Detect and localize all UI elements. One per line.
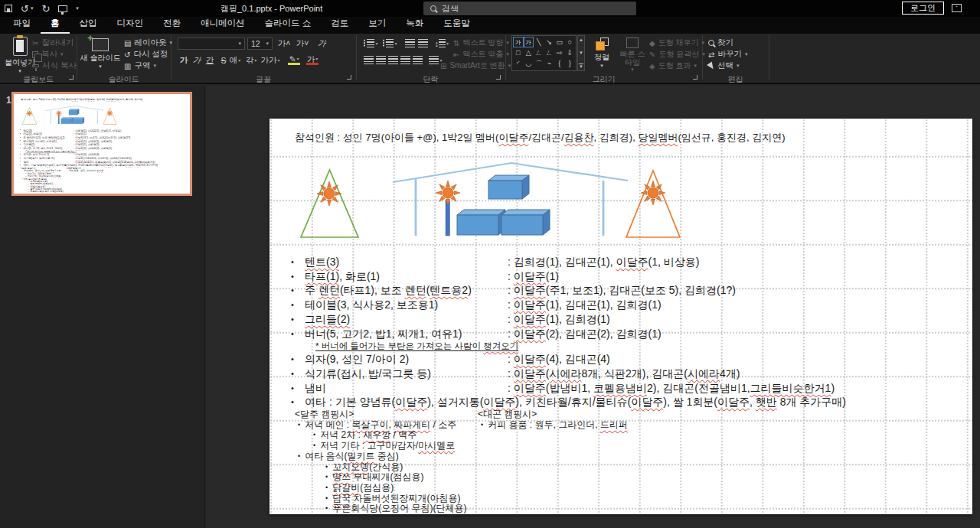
numbering-button[interactable]: ▾: [381, 37, 398, 49]
decrease-indent-button[interactable]: [403, 37, 416, 49]
gallery-more-icon: ▼: [579, 64, 583, 69]
shape-cell-1-3[interactable]: ㄥ: [544, 47, 555, 58]
increase-font-button[interactable]: 가˄: [276, 37, 292, 49]
shape-cell-1-0[interactable]: □: [513, 47, 524, 58]
shape-cell-0-5[interactable]: ○: [565, 37, 576, 47]
daljoo-camping-section[interactable]: <달주 캠핑시>•저녁 메인 : 목살구이, 짜파게티 / 소주•저녁 2차 :…: [21, 167, 64, 193]
tab-삽입[interactable]: 삽입: [70, 15, 107, 34]
align-right-button[interactable]: [387, 54, 399, 66]
strikethrough-button[interactable]: S: [217, 54, 230, 66]
kerning-button[interactable]: 가가▾: [261, 54, 279, 66]
shape-cell-2-3[interactable]: ~: [544, 58, 555, 69]
font-color-button[interactable]: 가▾: [306, 54, 318, 65]
equipment-list[interactable]: •텐트(3): 김희경(1), 김대곤(1), 이달주(1, 비상용)•타프(1…: [289, 255, 963, 409]
quick-access-toolbar: ↺▾ ↻ ▾: [5, 0, 79, 17]
daljoo-camping-section[interactable]: <달주 캠핑시>•저녁 메인 : 목살구이, 짜파게티 / 소주•저녁 2차 :…: [295, 409, 466, 514]
arrange-button[interactable]: 정렬 ▾: [588, 35, 616, 67]
shape-cell-0-4[interactable]: ▭: [554, 37, 565, 47]
tab-도움말[interactable]: 도움말: [433, 15, 480, 34]
tab-파일[interactable]: 파일: [3, 15, 41, 34]
ribbon-display-options-icon[interactable]: ˆ: [952, 4, 962, 12]
tab-애니메이션[interactable]: 애니메이션: [191, 15, 255, 34]
shape-cell-2-2[interactable]: ⌒: [534, 58, 544, 69]
login-button[interactable]: 로그인: [902, 2, 944, 15]
search-box[interactable]: 검색: [423, 2, 636, 15]
layout-button[interactable]: ▤레이아웃▾: [124, 37, 172, 48]
shape-cell-0-2[interactable]: ╲: [534, 37, 544, 47]
section-button[interactable]: ▥구역▾: [124, 60, 156, 71]
shape-cell-1-5[interactable]: ⇩: [565, 47, 576, 58]
font-dialog-launcher[interactable]: [347, 75, 351, 80]
text-highlight-button[interactable]: ✎▾: [288, 54, 300, 65]
align-center-button[interactable]: [374, 54, 387, 66]
increase-indent-button[interactable]: [416, 37, 429, 49]
line-spacing-button[interactable]: ↕▾: [433, 37, 451, 49]
shape-cell-2-1[interactable]: ◡: [524, 58, 534, 69]
bullets-button[interactable]: ▾: [362, 37, 379, 49]
slide[interactable]: 참석인원 : 성인 7명(아이들 +@), 1박2일 멤버(이달주/김대곤/김용…: [270, 119, 972, 514]
find-button[interactable]: 찾기: [708, 37, 733, 48]
undo-icon[interactable]: ↺▾: [21, 3, 33, 15]
clipboard-dialog-launcher[interactable]: [69, 75, 74, 80]
daegon-camping-section[interactable]: <대곤 캠핑시>•커피 용품 : 원두, 그라인더, 드리퍼: [478, 409, 628, 430]
tab-검토[interactable]: 검토: [321, 15, 358, 34]
save-icon[interactable]: [5, 5, 12, 12]
shape-cell-0-1[interactable]: 가: [524, 37, 534, 47]
change-case-button[interactable]: 갂▾: [245, 54, 257, 66]
shapes-gallery[interactable]: 가가╲↘▭○□△ㄥㄥ⇨⇩◜◡⌒~{}: [511, 35, 577, 71]
align-left-button[interactable]: [362, 54, 374, 66]
equipment-row: •테이블(3, 식사용2, 보조용1): 이달주(1), 김대곤(1), 김희경…: [289, 298, 963, 312]
tree-left-shape: [22, 108, 37, 125]
shape-cell-2-0[interactable]: ◜: [513, 58, 524, 69]
reset-button[interactable]: ↺다시 설정: [124, 49, 168, 60]
redo-icon[interactable]: ↻: [41, 3, 50, 15]
italic-button[interactable]: 가: [190, 54, 204, 66]
sun-right-icon: [641, 181, 665, 205]
shapes-gallery-scrollbar[interactable]: ▲ ▼ ▼: [577, 35, 585, 71]
distribute-button[interactable]: [411, 54, 423, 66]
start-slideshow-icon[interactable]: [58, 5, 67, 12]
customize-qat-icon[interactable]: ▾: [76, 5, 79, 11]
daegon-camping-section[interactable]: <대곤 캠핑시>•커피 용품 : 원두, 그라인더, 드리퍼: [67, 167, 104, 172]
drawing-group-label: 그리기: [505, 74, 702, 85]
tab-디자인[interactable]: 디자인: [107, 15, 154, 34]
equipment-list[interactable]: •텐트(3): 김희경(1), 김대곤(1), 이달주(1, 비상용)•타프(1…: [19, 129, 187, 167]
shape-cell-0-3[interactable]: ↘: [544, 37, 555, 47]
tab-슬라이드 쇼[interactable]: 슬라이드 쇼: [255, 15, 322, 34]
shape-cell-0-0[interactable]: 가: [513, 37, 524, 47]
underline-button[interactable]: 간: [204, 54, 216, 66]
tab-보기[interactable]: 보기: [358, 15, 396, 34]
search-placeholder: 검색: [442, 3, 459, 15]
shape-cell-1-1[interactable]: △: [524, 47, 534, 58]
search-icon: [430, 5, 436, 11]
shape-cell-2-4[interactable]: {: [554, 58, 565, 69]
shape-cell-2-5[interactable]: }: [565, 58, 576, 69]
replace-button[interactable]: ⇄바꾸기▾: [708, 49, 747, 60]
lantern-pole-shape: [58, 116, 59, 124]
editing-canvas[interactable]: 참석인원 : 성인 7명(아이들 +@), 1박2일 멤버(이달주/김대곤/김용…: [206, 86, 980, 528]
justify-button[interactable]: [399, 54, 411, 66]
new-slide-button[interactable]: 새 슬라이드 ▾: [80, 35, 121, 68]
shape-cell-1-2[interactable]: ㄥ: [534, 47, 544, 58]
character-spacing-button[interactable]: 애▾: [229, 54, 241, 66]
tab-전환[interactable]: 전환: [153, 15, 191, 34]
shape-cell-1-4[interactable]: ⇨: [554, 47, 565, 58]
decrease-font-button[interactable]: 가˅: [294, 37, 311, 49]
select-cursor-icon: [707, 61, 716, 70]
sun-right-icon: [106, 110, 113, 116]
clear-formatting-button[interactable]: 가: [315, 37, 328, 49]
attendees-header[interactable]: 참석인원 : 성인 7명(아이들 +@), 1박2일 멤버(이달주/김대곤/김용…: [21, 98, 142, 101]
paste-button[interactable]: 붙여넣기 ▾: [5, 35, 35, 73]
font-name-select[interactable]: ▾: [178, 37, 245, 50]
attendees-header[interactable]: 참석인원 : 성인 7명(아이들 +@), 1박2일 멤버(이달주/김대곤/김용…: [295, 131, 786, 145]
select-button[interactable]: 선택▾: [708, 60, 740, 71]
slide-thumbnail[interactable]: 참석인원 : 성인 7명(아이들 +@), 1박2일 멤버(이달주/김대곤/김용…: [11, 92, 192, 196]
bold-button[interactable]: 가: [178, 54, 190, 66]
font-size-select[interactable]: 12▾: [247, 37, 273, 50]
shape-outline-button: ✎도형 윤곽선▾: [649, 49, 705, 60]
drawing-dialog-launcher[interactable]: [693, 75, 697, 80]
tab-녹화[interactable]: 녹화: [396, 15, 433, 34]
paragraph-dialog-launcher[interactable]: [496, 75, 501, 80]
tarp-roof-shape: [393, 163, 628, 236]
tab-홈[interactable]: 홈: [41, 15, 70, 34]
